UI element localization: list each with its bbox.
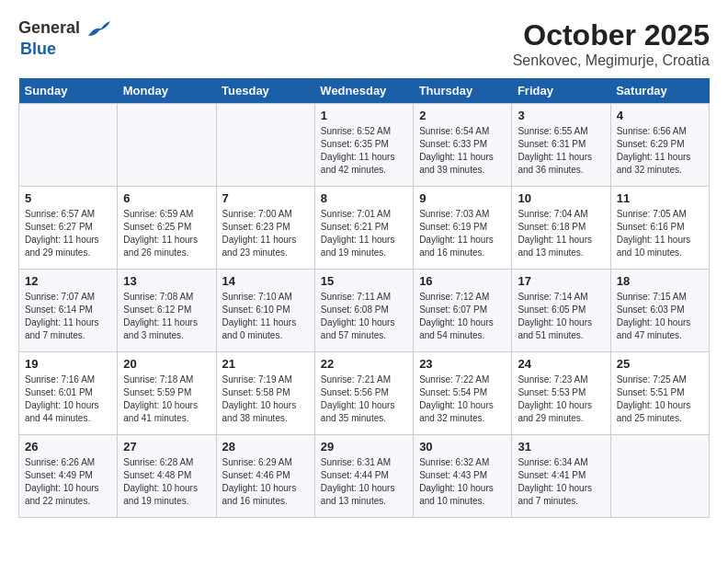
day-header-friday: Friday [512, 78, 610, 104]
day-number: 31 [518, 440, 604, 454]
calendar-cell: 14Sunrise: 7:10 AMSunset: 6:10 PMDayligh… [216, 270, 314, 352]
day-header-thursday: Thursday [414, 78, 512, 104]
calendar-cell: 4Sunrise: 6:56 AMSunset: 6:29 PMDaylight… [610, 104, 709, 187]
day-info: Sunrise: 7:21 AMSunset: 5:56 PMDaylight:… [321, 373, 407, 425]
day-info: Sunrise: 7:14 AMSunset: 6:05 PMDaylight:… [518, 291, 604, 342]
day-number: 8 [321, 191, 407, 205]
day-number: 16 [419, 274, 506, 288]
day-number: 29 [321, 440, 407, 454]
day-number: 11 [617, 191, 703, 205]
day-info: Sunrise: 6:55 AMSunset: 6:31 PMDaylight:… [518, 125, 604, 177]
day-number: 28 [222, 440, 309, 454]
calendar-cell: 27Sunrise: 6:28 AMSunset: 4:48 PMDayligh… [118, 435, 216, 518]
day-number: 20 [123, 357, 210, 371]
day-number: 22 [321, 357, 407, 371]
day-number: 12 [25, 274, 111, 288]
calendar-cell: 15Sunrise: 7:11 AMSunset: 6:08 PMDayligh… [314, 270, 413, 352]
day-info: Sunrise: 6:54 AMSunset: 6:33 PMDaylight:… [419, 125, 506, 177]
calendar-cell: 1Sunrise: 6:52 AMSunset: 6:35 PMDaylight… [314, 104, 413, 187]
day-info: Sunrise: 7:03 AMSunset: 6:19 PMDaylight:… [419, 208, 506, 259]
day-header-sunday: Sunday [19, 78, 118, 104]
day-number: 23 [419, 357, 506, 371]
day-header-monday: Monday [118, 78, 216, 104]
page-subtitle: Senkovec, Megimurje, Croatia [513, 52, 710, 69]
day-number: 6 [123, 191, 210, 205]
calendar-cell [19, 104, 118, 187]
day-info: Sunrise: 7:25 AMSunset: 5:51 PMDaylight:… [617, 373, 703, 425]
calendar-cell: 9Sunrise: 7:03 AMSunset: 6:19 PMDaylight… [414, 187, 512, 270]
day-number: 19 [25, 357, 111, 371]
calendar-cell: 21Sunrise: 7:19 AMSunset: 5:58 PMDayligh… [216, 352, 314, 435]
calendar-cell: 31Sunrise: 6:34 AMSunset: 4:41 PMDayligh… [512, 435, 610, 518]
calendar-week-2: 5Sunrise: 6:57 AMSunset: 6:27 PMDaylight… [19, 187, 710, 270]
day-number: 1 [321, 109, 407, 122]
day-number: 30 [419, 440, 506, 454]
calendar-cell: 13Sunrise: 7:08 AMSunset: 6:12 PMDayligh… [118, 270, 216, 352]
day-info: Sunrise: 7:18 AMSunset: 5:59 PMDaylight:… [123, 373, 210, 425]
title-block: October 2025 Senkovec, Megimurje, Croati… [513, 18, 710, 69]
day-number: 5 [25, 191, 111, 205]
day-info: Sunrise: 7:15 AMSunset: 6:03 PMDaylight:… [617, 291, 703, 342]
logo-general: General [18, 18, 80, 37]
day-number: 17 [518, 274, 604, 288]
calendar-cell: 5Sunrise: 6:57 AMSunset: 6:27 PMDaylight… [19, 187, 118, 270]
calendar-cell: 28Sunrise: 6:29 AMSunset: 4:46 PMDayligh… [216, 435, 314, 518]
day-info: Sunrise: 7:11 AMSunset: 6:08 PMDaylight:… [321, 291, 407, 342]
day-header-tuesday: Tuesday [216, 78, 314, 104]
day-info: Sunrise: 7:07 AMSunset: 6:14 PMDaylight:… [25, 291, 111, 342]
calendar-cell: 19Sunrise: 7:16 AMSunset: 6:01 PMDayligh… [19, 352, 118, 435]
day-info: Sunrise: 6:29 AMSunset: 4:46 PMDaylight:… [222, 456, 309, 508]
day-info: Sunrise: 7:22 AMSunset: 5:54 PMDaylight:… [419, 373, 506, 425]
day-info: Sunrise: 7:01 AMSunset: 6:21 PMDaylight:… [321, 208, 407, 259]
day-info: Sunrise: 7:12 AMSunset: 6:07 PMDaylight:… [419, 291, 506, 342]
calendar-cell: 18Sunrise: 7:15 AMSunset: 6:03 PMDayligh… [610, 270, 709, 352]
day-number: 7 [222, 191, 309, 205]
page-title: October 2025 [513, 18, 710, 52]
day-info: Sunrise: 7:16 AMSunset: 6:01 PMDaylight:… [25, 373, 111, 425]
day-info: Sunrise: 6:32 AMSunset: 4:43 PMDaylight:… [419, 456, 506, 508]
calendar-cell: 30Sunrise: 6:32 AMSunset: 4:43 PMDayligh… [414, 435, 512, 518]
day-info: Sunrise: 6:31 AMSunset: 4:44 PMDaylight:… [321, 456, 407, 508]
day-info: Sunrise: 7:19 AMSunset: 5:58 PMDaylight:… [222, 373, 309, 425]
page-header: General Blue October 2025 Senkovec, Megi… [18, 18, 710, 69]
day-number: 15 [321, 274, 407, 288]
calendar-cell: 25Sunrise: 7:25 AMSunset: 5:51 PMDayligh… [610, 352, 709, 435]
day-number: 24 [518, 357, 604, 371]
calendar-cell: 26Sunrise: 6:26 AMSunset: 4:49 PMDayligh… [19, 435, 118, 518]
day-info: Sunrise: 6:59 AMSunset: 6:25 PMDaylight:… [123, 208, 210, 259]
calendar-week-1: 1Sunrise: 6:52 AMSunset: 6:35 PMDaylight… [19, 104, 710, 187]
calendar-cell [610, 435, 709, 518]
day-info: Sunrise: 7:05 AMSunset: 6:16 PMDaylight:… [617, 208, 703, 259]
day-number: 4 [617, 109, 703, 122]
calendar-cell: 23Sunrise: 7:22 AMSunset: 5:54 PMDayligh… [414, 352, 512, 435]
day-info: Sunrise: 7:04 AMSunset: 6:18 PMDaylight:… [518, 208, 604, 259]
day-info: Sunrise: 6:56 AMSunset: 6:29 PMDaylight:… [617, 125, 703, 177]
calendar-cell: 3Sunrise: 6:55 AMSunset: 6:31 PMDaylight… [512, 104, 610, 187]
calendar-cell [216, 104, 314, 187]
calendar-cell: 17Sunrise: 7:14 AMSunset: 6:05 PMDayligh… [512, 270, 610, 352]
day-info: Sunrise: 6:34 AMSunset: 4:41 PMDaylight:… [518, 456, 604, 508]
calendar-cell: 16Sunrise: 7:12 AMSunset: 6:07 PMDayligh… [414, 270, 512, 352]
calendar-cell: 10Sunrise: 7:04 AMSunset: 6:18 PMDayligh… [512, 187, 610, 270]
day-info: Sunrise: 6:52 AMSunset: 6:35 PMDaylight:… [321, 125, 407, 177]
day-number: 3 [518, 109, 604, 122]
day-header-saturday: Saturday [610, 78, 709, 104]
calendar-cell: 29Sunrise: 6:31 AMSunset: 4:44 PMDayligh… [314, 435, 413, 518]
day-number: 25 [617, 357, 703, 371]
day-number: 2 [419, 109, 506, 122]
calendar-cell: 20Sunrise: 7:18 AMSunset: 5:59 PMDayligh… [118, 352, 216, 435]
calendar-cell: 12Sunrise: 7:07 AMSunset: 6:14 PMDayligh… [19, 270, 118, 352]
logo-bird-icon [86, 19, 112, 40]
calendar-cell: 11Sunrise: 7:05 AMSunset: 6:16 PMDayligh… [610, 187, 709, 270]
day-header-wednesday: Wednesday [314, 78, 413, 104]
day-number: 18 [617, 274, 703, 288]
day-info: Sunrise: 7:08 AMSunset: 6:12 PMDaylight:… [123, 291, 210, 342]
day-info: Sunrise: 6:26 AMSunset: 4:49 PMDaylight:… [25, 456, 111, 508]
day-info: Sunrise: 6:57 AMSunset: 6:27 PMDaylight:… [25, 208, 111, 259]
day-number: 10 [518, 191, 604, 205]
day-info: Sunrise: 6:28 AMSunset: 4:48 PMDaylight:… [123, 456, 210, 508]
day-number: 14 [222, 274, 309, 288]
logo: General Blue [18, 18, 112, 59]
calendar-week-4: 19Sunrise: 7:16 AMSunset: 6:01 PMDayligh… [19, 352, 710, 435]
day-number: 13 [123, 274, 210, 288]
